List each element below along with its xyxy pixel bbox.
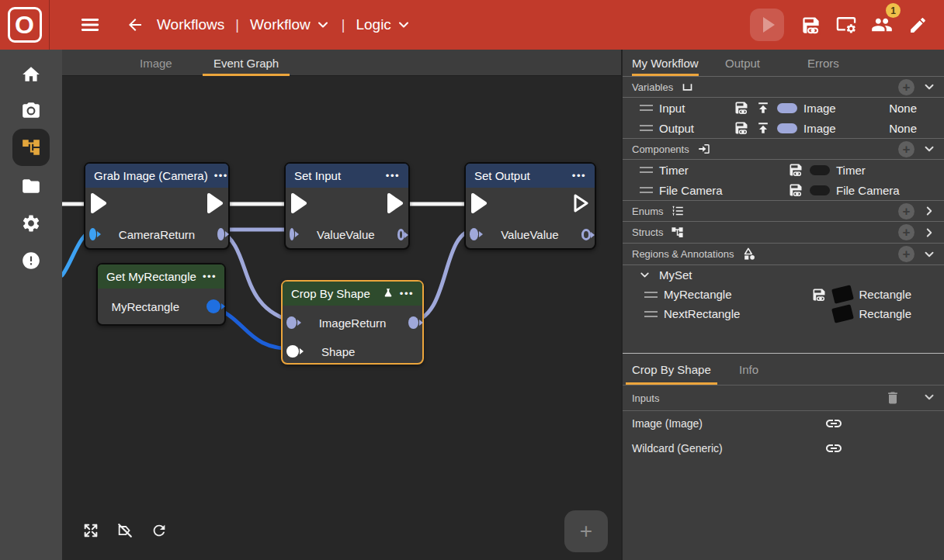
variable-row[interactable]: Input Image None (623, 98, 944, 118)
node-title: Set Output (474, 169, 530, 182)
add-struct-button[interactable]: + (898, 224, 914, 240)
save-link-icon[interactable] (788, 182, 803, 198)
logic-dropdown[interactable]: Logic (356, 16, 411, 33)
exec-in-pin[interactable] (290, 192, 308, 216)
sidebar-item-settings[interactable] (0, 206, 62, 240)
exec-out-pin[interactable] (572, 192, 591, 216)
app-logo[interactable]: O (0, 0, 50, 50)
chevron-down-icon (396, 17, 411, 33)
sidebar-item-workflows[interactable] (0, 130, 62, 164)
workflow-dropdown[interactable]: Workflow (250, 16, 331, 33)
collapse-components-icon[interactable] (922, 142, 936, 156)
save-link-icon[interactable] (734, 100, 749, 116)
camera-in-pin[interactable] (89, 228, 96, 240)
variable-row[interactable]: Output Image None (623, 118, 944, 138)
collapse-inputs-icon[interactable] (922, 390, 936, 406)
region-row[interactable]: MyRectangle Rectangle (623, 285, 944, 304)
drag-handle[interactable] (640, 187, 653, 193)
drag-handle[interactable] (644, 311, 658, 317)
add-component-button[interactable]: + (898, 141, 914, 157)
link-icon[interactable] (824, 414, 843, 433)
drag-handle[interactable] (640, 105, 653, 111)
publish-icon[interactable] (755, 100, 771, 116)
tab-event-graph[interactable]: Event Graph (213, 50, 279, 76)
node-get-myrectangle[interactable]: Get MyRectangle ••• MyRectangle (96, 263, 226, 326)
shape-in-pin[interactable] (286, 345, 299, 358)
exec-in-pin[interactable] (470, 192, 488, 216)
breadcrumb-workflows[interactable]: Workflows (157, 16, 224, 33)
run-button[interactable] (750, 9, 784, 41)
node-menu-icon[interactable]: ••• (214, 170, 228, 181)
drag-handle[interactable] (644, 292, 658, 298)
menu-icon[interactable] (75, 9, 106, 40)
tab-errors[interactable]: Errors (807, 50, 839, 76)
drag-handle[interactable] (640, 125, 653, 131)
node-menu-icon[interactable]: ••• (386, 170, 400, 181)
fit-view-icon[interactable] (81, 520, 101, 541)
component-row[interactable]: File Camera File Camera (623, 180, 944, 200)
variable-value[interactable]: None (889, 102, 917, 115)
input-label: Image (Image) (632, 417, 824, 430)
refresh-icon[interactable] (149, 520, 169, 541)
save-link-button[interactable] (795, 9, 826, 40)
region-group-row[interactable]: MySet (623, 265, 944, 285)
add-variable-button[interactable]: + (898, 79, 914, 95)
exec-in-pin[interactable] (89, 192, 108, 216)
expand-structs-icon[interactable] (922, 226, 936, 240)
shapes-icon (742, 247, 757, 261)
rectangle-out-pin[interactable] (206, 299, 220, 313)
tab-info[interactable]: Info (739, 354, 758, 385)
sidebar-item-alerts[interactable] (0, 244, 62, 278)
component-type: Timer (836, 164, 866, 177)
sidebar-item-home[interactable] (0, 57, 62, 92)
display-settings-button[interactable] (831, 9, 862, 40)
exec-out-pin[interactable] (386, 192, 404, 216)
label-off-icon[interactable] (115, 520, 135, 541)
input-row[interactable]: Wildcard (Generic) (623, 436, 944, 461)
node-crop-by-shape[interactable]: Crop By Shape ••• Image Return Shape (281, 280, 424, 365)
input-row[interactable]: Image (Image) (623, 411, 944, 436)
add-node-button[interactable]: + (564, 510, 608, 552)
collapse-variables-icon[interactable] (922, 80, 936, 94)
save-link-icon[interactable] (788, 162, 803, 178)
exec-out-pin[interactable] (206, 192, 224, 216)
publish-icon[interactable] (755, 120, 771, 136)
return-out-pin[interactable] (217, 228, 224, 240)
event-graph-canvas[interactable]: Grab Image (Camera) ••• Camera Return Se (62, 77, 621, 560)
node-set-output[interactable]: Set Output ••• Value Value (464, 162, 596, 250)
tab-image[interactable]: Image (140, 50, 172, 76)
collapse-group-icon[interactable] (638, 268, 651, 282)
value-out-pin[interactable] (397, 229, 404, 240)
pin-label: Image (319, 316, 352, 330)
node-menu-icon[interactable]: ••• (400, 288, 414, 299)
users-button[interactable]: 1 (866, 9, 897, 40)
node-set-input[interactable]: Set Input ••• Value Value (284, 162, 410, 250)
value-in-pin[interactable] (470, 228, 478, 240)
back-icon[interactable] (120, 9, 151, 40)
image-in-pin[interactable] (286, 316, 297, 329)
tab-crop-by-shape[interactable]: Crop By Shape (632, 354, 711, 385)
value-out-pin[interactable] (581, 229, 591, 240)
node-menu-icon[interactable]: ••• (572, 170, 586, 181)
variable-value[interactable]: None (889, 122, 917, 135)
value-in-pin[interactable] (290, 228, 294, 240)
link-icon[interactable] (824, 439, 843, 458)
collapse-regions-icon[interactable] (922, 247, 936, 261)
drag-handle[interactable] (640, 167, 653, 173)
sidebar-item-camera[interactable] (0, 94, 62, 128)
edit-button[interactable] (902, 9, 933, 40)
component-row[interactable]: Timer Timer (623, 160, 944, 180)
tab-my-workflow[interactable]: My Workflow (632, 50, 699, 76)
add-region-button[interactable]: + (898, 246, 914, 262)
return-out-pin[interactable] (408, 316, 418, 329)
region-row[interactable]: NextRectangle Rectangle (623, 304, 944, 323)
add-enum-button[interactable]: + (898, 203, 914, 220)
save-link-icon[interactable] (734, 120, 749, 136)
node-menu-icon[interactable]: ••• (203, 271, 217, 282)
tab-output[interactable]: Output (725, 50, 760, 76)
sidebar-item-files[interactable] (0, 169, 62, 203)
delete-icon[interactable] (885, 390, 901, 406)
expand-enums-icon[interactable] (922, 204, 936, 218)
save-link-icon[interactable] (811, 287, 827, 302)
node-grab-image[interactable]: Grab Image (Camera) ••• Camera Return (84, 162, 230, 250)
